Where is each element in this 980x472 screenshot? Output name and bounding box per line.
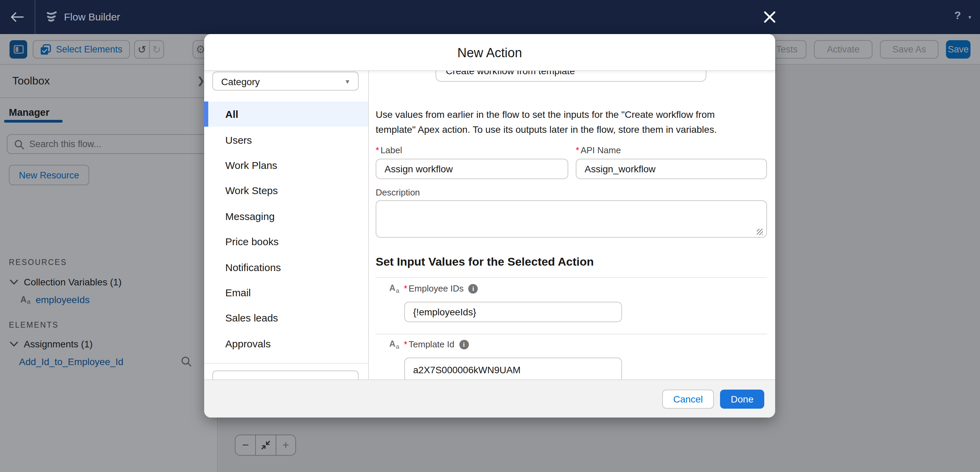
category-item-users[interactable]: Users bbox=[204, 127, 368, 153]
api-name-field-input[interactable] bbox=[576, 159, 767, 179]
template-id-label-row: Aa *Template Id i bbox=[389, 339, 469, 349]
category-item-sales-leads[interactable]: Sales leads bbox=[204, 305, 368, 331]
api-name-field-label: *API Name bbox=[576, 145, 621, 155]
back-button[interactable] bbox=[7, 8, 27, 27]
category-dropdown[interactable]: Category ▼ bbox=[212, 72, 359, 91]
description-textarea[interactable] bbox=[375, 200, 767, 238]
param-divider bbox=[375, 334, 767, 335]
app-title: Flow Builder bbox=[64, 11, 120, 22]
textarea-resize-handle[interactable] bbox=[757, 229, 763, 235]
cancel-button[interactable]: Cancel bbox=[662, 389, 714, 409]
top-navbar: Flow Builder ? ▾ bbox=[0, 0, 980, 34]
category-item-notifications[interactable]: Notifications bbox=[204, 254, 368, 280]
employee-ids-label: *Employee IDs bbox=[404, 283, 464, 293]
employee-ids-input[interactable] bbox=[404, 302, 622, 322]
info-icon[interactable]: i bbox=[469, 284, 478, 293]
selected-category-bar bbox=[204, 102, 208, 127]
flow-builder-logo-icon bbox=[45, 10, 59, 26]
set-input-values-heading: Set Input Values for the Selected Action bbox=[375, 255, 594, 269]
modal-close-button[interactable] bbox=[761, 9, 778, 27]
text-type-icon: Aa bbox=[389, 284, 399, 293]
modal-column-divider bbox=[368, 71, 369, 380]
label-field-label: *Label bbox=[375, 145, 402, 155]
template-id-label: *Template Id bbox=[404, 339, 455, 349]
label-field-input[interactable] bbox=[375, 159, 568, 179]
action-intro-text: Use values from earlier in the flow to s… bbox=[375, 107, 754, 137]
help-caret-icon[interactable]: ▾ bbox=[969, 14, 971, 21]
modal-footer: Cancel Done bbox=[204, 380, 775, 418]
category-list: All Users Work Plans Work Steps Messagin… bbox=[204, 102, 368, 356]
category-item-work-steps[interactable]: Work Steps bbox=[204, 178, 368, 203]
employee-ids-label-row: Aa *Employee IDs i bbox=[389, 283, 478, 293]
category-dropdown-value: Category bbox=[221, 76, 260, 87]
flow-builder-screen: Flow Builder ? ▾ Select Elements ↺ ↻ bbox=[0, 0, 980, 472]
description-field-label: Description bbox=[375, 187, 420, 198]
category-item-email[interactable]: Email bbox=[204, 280, 368, 305]
category-item-work-plans[interactable]: Work Plans bbox=[204, 153, 368, 178]
category-list-divider bbox=[204, 363, 368, 364]
help-menu[interactable]: ? bbox=[954, 10, 961, 22]
navbar-divider bbox=[35, 0, 35, 34]
text-type-icon: Aa bbox=[389, 340, 399, 349]
info-icon[interactable]: i bbox=[459, 340, 469, 349]
category-item-price-books[interactable]: Price books bbox=[204, 229, 368, 254]
modal-title: New Action bbox=[204, 46, 775, 61]
template-id-input[interactable] bbox=[404, 357, 622, 382]
back-arrow-icon bbox=[10, 12, 24, 22]
done-button[interactable]: Done bbox=[720, 389, 764, 409]
modal-header: New Action bbox=[204, 34, 775, 71]
close-icon bbox=[762, 9, 777, 24]
param-divider bbox=[375, 277, 767, 278]
category-item-approvals[interactable]: Approvals bbox=[204, 331, 368, 356]
category-item-all[interactable]: All bbox=[204, 102, 368, 127]
category-item-messaging[interactable]: Messaging bbox=[204, 203, 368, 229]
new-action-modal: Category ▼ All Users Work Plans Work Ste… bbox=[204, 34, 775, 418]
caret-down-icon: ▼ bbox=[344, 78, 350, 85]
